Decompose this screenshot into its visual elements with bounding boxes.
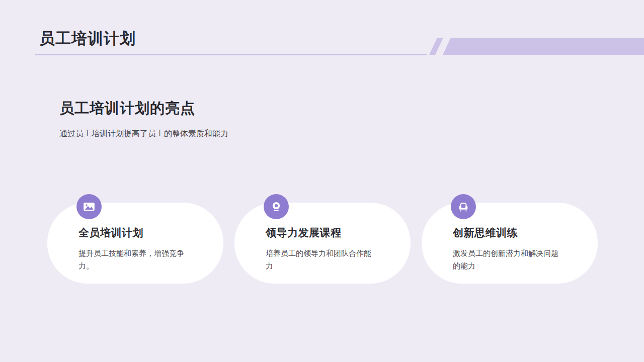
card-full-training-plan: 全员培训计划 提升员工技能和素养，增强竞争力。 [47,203,223,284]
card-description: 培养员工的领导力和团队合作能力 [266,247,376,272]
image-icon [76,194,102,219]
accent-slash-decoration [429,38,443,55]
title-underline [35,54,427,55]
slide: 员工培训计划 员工培训计划的亮点 通过员工培训计划提高了员工的整体素质和能力 全… [0,0,644,362]
card-description: 激发员工的创新潜力和解决问题的能力 [453,247,564,272]
card-innovation-training: 创新思维训练 激发员工的创新潜力和解决问题的能力 [422,203,598,284]
slide-title: 员工培训计划 [39,28,136,49]
card-title: 创新思维训练 [453,226,518,240]
section-heading: 员工培训计划的亮点 [59,99,195,119]
webcam-icon [264,194,289,219]
card-title: 全员培训计划 [78,226,143,240]
section-subheading: 通过员工培训计划提高了员工的整体素质和能力 [59,129,228,139]
card-title: 领导力发展课程 [266,226,342,240]
accent-bar-decoration [443,38,644,55]
card-leadership-course: 领导力发展课程 培养员工的领导力和团队合作能力 [234,203,411,284]
card-description: 提升员工技能和素养，增强竞争力。 [78,247,189,272]
armchair-icon [451,194,476,219]
